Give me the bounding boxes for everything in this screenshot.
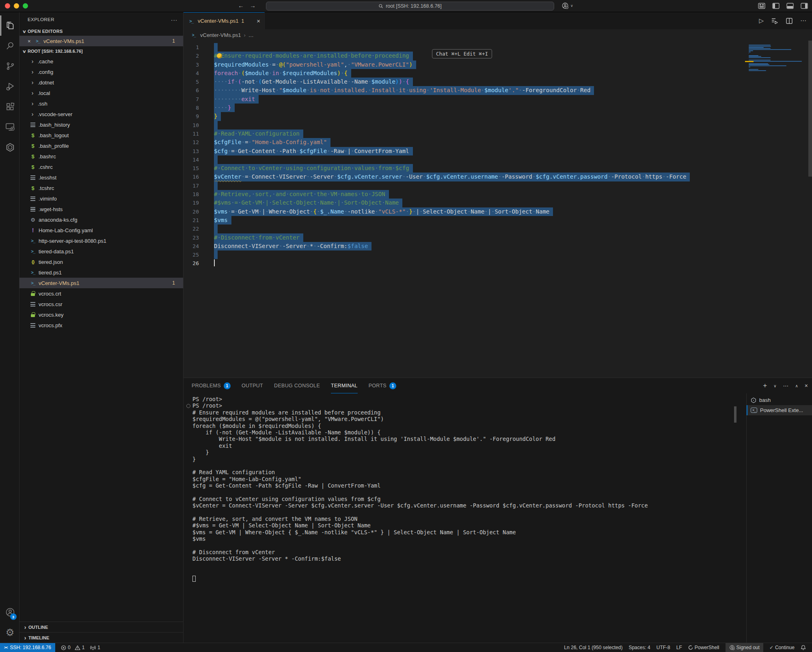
zoom-window-button[interactable] [23, 3, 28, 9]
editor-more-actions-icon[interactable]: ⋯ [800, 17, 806, 24]
new-terminal-icon[interactable]: + [763, 382, 767, 390]
tree-item--viminfo[interactable]: .viminfo [19, 193, 183, 204]
close-window-button[interactable] [5, 3, 10, 9]
notifications-bell-icon[interactable] [801, 645, 806, 650]
tree-item--lesshst[interactable]: .lesshst [19, 172, 183, 183]
tree-item-vcrocs-crt[interactable]: vcrocs.crt [19, 288, 183, 299]
breadcrumb[interactable]: >_ vCenter-VMs.ps1 › … [184, 29, 812, 41]
code-line-19[interactable]: 19#$vms·=·Get-VM·|·Select-Object·Name·|·… [184, 199, 812, 207]
toggle-secondary-sidebar-icon[interactable] [801, 3, 808, 9]
breadcrumb-symbol[interactable]: … [248, 32, 254, 38]
terminal-tab-powershell-exte-[interactable]: >_PowerShell Exte... [747, 405, 812, 415]
tree-item-vcrocs-pfx[interactable]: vcrocs.pfx [19, 320, 183, 330]
tree-item--config[interactable]: ›.config [19, 67, 183, 77]
terminal[interactable]: PS /root>PS /root># Ensure required modu… [184, 393, 746, 643]
tree-item--bashrc[interactable]: $.bashrc [19, 151, 183, 162]
code-line-2[interactable]: 2#·Ensure·required·modules·are·installed… [184, 52, 812, 60]
encoding-status[interactable]: UTF-8 [657, 645, 670, 650]
split-editor-icon[interactable] [786, 18, 793, 24]
tree-item-vcrocs-csr[interactable]: vcrocs.csr [19, 299, 183, 309]
tree-item-vcrocs-key[interactable]: vcrocs.key [19, 309, 183, 320]
tree-item--bash-history[interactable]: .bash_history [19, 119, 183, 130]
tree-item-http-server-api-test-8080-ps1[interactable]: >_http-server-api-test-8080.ps1 [19, 235, 183, 246]
run-below-icon[interactable] [771, 18, 778, 24]
minimize-window-button[interactable] [14, 3, 19, 9]
close-icon[interactable]: × [257, 17, 260, 24]
search-icon[interactable] [0, 36, 19, 56]
tree-item--bash-logout[interactable]: $.bash_logout [19, 130, 183, 140]
forward-icon[interactable]: → [250, 2, 256, 9]
cursor-position[interactable]: Ln 26, Col 1 (950 selected) [564, 645, 622, 650]
code-line-11[interactable]: 11#·Read·YAML·configuration [184, 130, 812, 138]
continue-button[interactable]: ✓ Continue [769, 645, 795, 650]
explorer-icon[interactable] [0, 15, 19, 36]
customize-layout-icon[interactable] [758, 3, 765, 9]
tree-item--bash-profile[interactable]: $.bash_profile [19, 140, 183, 151]
code-line-10[interactable]: 10 [184, 121, 812, 130]
explorer-more-actions-icon[interactable]: ··· [171, 16, 177, 23]
panel-tab-output[interactable]: OUTPUT [242, 378, 263, 393]
remote-explorer-icon[interactable] [0, 117, 19, 137]
open-editor-item[interactable]: × >_ vCenter-VMs.ps1 1 [19, 36, 183, 46]
timeline-section-header[interactable]: › TIMELINE [19, 632, 183, 643]
run-file-icon[interactable]: ▷ [759, 17, 764, 24]
code-line-20[interactable]: 20$vms·=·Get-VM·|·Where-Object·{·$_.Name… [184, 207, 812, 216]
panel-tab-terminal[interactable]: TERMINAL [331, 378, 358, 393]
code-line-25[interactable]: 25 [184, 250, 812, 259]
code-line-22[interactable]: 22 [184, 225, 812, 233]
account-menu-button[interactable]: ∨ [561, 2, 573, 9]
tree-item-tiered-ps1[interactable]: >_tiered.ps1 [19, 267, 183, 278]
code-line-4[interactable]: 4foreach·($module·in·$requiredModules)·{ [184, 69, 812, 78]
code-line-16[interactable]: 16$vCenter·=·Connect-VIServer·-Server·$c… [184, 173, 812, 181]
panel-more-actions-icon[interactable]: ⋯ [783, 382, 788, 389]
tree-item--tcshrc[interactable]: $.tcshrc [19, 183, 183, 193]
tree-item-home-lab-config-yaml[interactable]: !Home-Lab-Config.yaml [19, 225, 183, 235]
code-line-21[interactable]: 21$vms [184, 216, 812, 225]
code-line-13[interactable]: 13$cfg·=·Get-Content·-Path·$cfgFile·-Raw… [184, 147, 812, 155]
terminal-dropdown-icon[interactable]: ∨ [773, 384, 776, 388]
minimap[interactable] [749, 43, 806, 78]
accounts-icon[interactable]: 3 [0, 602, 19, 622]
breadcrumb-file[interactable]: vCenter-VMs.ps1 [200, 32, 241, 38]
code-editor[interactable]: 12#·Ensure·required·modules·are·installe… [184, 41, 812, 378]
workspace-root-header[interactable]: ∨ ROOT [SSH: 192.168.6.76] [19, 46, 183, 56]
tree-item-tiered-data-ps1[interactable]: >_tiered-data.ps1 [19, 246, 183, 257]
remote-indicator[interactable]: >< SSH: 192.168.6.76 [0, 643, 55, 652]
tree-item--cshrc[interactable]: $.cshrc [19, 162, 183, 172]
code-line-17[interactable]: 17 [184, 181, 812, 190]
code-line-26[interactable]: 26 [184, 259, 812, 268]
code-line-18[interactable]: 18#·Retrieve,·sort,·and·convert·the·VM·n… [184, 190, 812, 199]
code-line-14[interactable]: 14 [184, 155, 812, 164]
code-line-24[interactable]: 24Disconnect-VIServer·-Server·*·-Confirm… [184, 242, 812, 250]
toggle-primary-sidebar-icon[interactable] [772, 3, 780, 9]
language-mode[interactable]: PowerShell [688, 645, 719, 650]
command-center-search[interactable]: root [SSH: 192.168.6.76] [266, 2, 554, 11]
tree-item-tiered-json[interactable]: {}tiered.json [19, 257, 183, 267]
macos-window-controls[interactable] [5, 3, 28, 9]
eol-status[interactable]: LF [676, 645, 682, 650]
close-panel-icon[interactable]: × [805, 382, 808, 389]
tree-item--local[interactable]: ›.local [19, 88, 183, 98]
code-line-5[interactable]: 5····if·(-not·(Get-Module·-ListAvailable… [184, 78, 812, 86]
settings-gear-icon[interactable]: ⚙ [0, 622, 19, 643]
tree-item--vscode-server[interactable]: ›.vscode-server [19, 109, 183, 119]
code-line-9[interactable]: 9} [184, 112, 812, 121]
tree-item--ssh[interactable]: ›.ssh [19, 98, 183, 109]
outline-section-header[interactable]: › OUTLINE [19, 622, 183, 632]
code-line-8[interactable]: 8····} [184, 104, 812, 112]
terminal-tab-bash[interactable]: bash [747, 395, 812, 405]
tree-item--cache[interactable]: ›.cache [19, 56, 183, 67]
code-line-23[interactable]: 23#·Disconnect·from·vCenter [184, 233, 812, 242]
open-editors-header[interactable]: ∨ OPEN EDITORS [19, 27, 183, 36]
tab-vcenter-vms[interactable]: >_ vCenter-VMs.ps1 1 × [184, 12, 265, 29]
close-icon[interactable]: × [28, 38, 34, 44]
run-and-debug-icon[interactable] [0, 76, 19, 97]
panel-tab-problems[interactable]: PROBLEMS1 [192, 378, 231, 393]
terminal-scrollbar[interactable] [734, 406, 736, 423]
editor-scrollbar[interactable] [808, 41, 812, 177]
source-control-icon[interactable] [0, 56, 19, 76]
code-line-1[interactable]: 1 [184, 43, 812, 52]
tree-item-vcenter-vms-ps1[interactable]: >_vCenter-VMs.ps11 [19, 278, 183, 288]
code-line-15[interactable]: 15#·Connect·to·vCenter·using·configurati… [184, 164, 812, 173]
code-line-12[interactable]: 12$cfgFile·=·"Home-Lab-Config.yaml" [184, 138, 812, 147]
